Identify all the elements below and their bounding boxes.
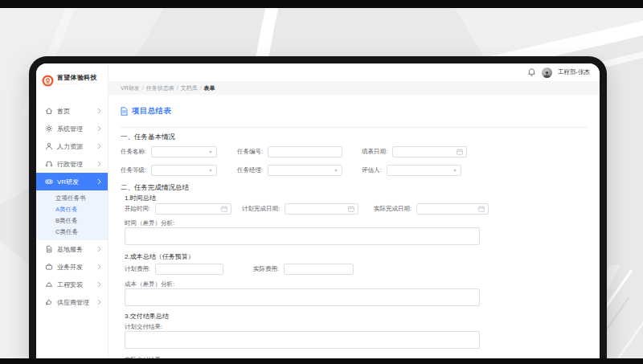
form-row-time: 开始时间: 计划完成日期: bbox=[125, 203, 588, 215]
sidebar-item-admin[interactable]: 行政管理 bbox=[36, 155, 108, 173]
field-actual-finish: 实际完成日期: bbox=[374, 203, 489, 215]
top-black-strip bbox=[0, 0, 643, 8]
username[interactable]: 工程部-张杰 bbox=[558, 68, 590, 76]
chevron-right-icon bbox=[97, 246, 101, 252]
briefcase-icon bbox=[45, 263, 53, 271]
submenu-item-task-b[interactable]: B类任务 bbox=[36, 215, 108, 227]
breadcrumb-separator: / bbox=[177, 85, 178, 91]
planned-cost-input[interactable] bbox=[155, 264, 223, 275]
main-area: 工程部-张杰 VR研发 / 任务状态表 / 文档库 / 表单 bbox=[109, 63, 600, 364]
calendar-icon bbox=[348, 206, 354, 212]
caret-down-icon bbox=[453, 170, 457, 172]
divider bbox=[121, 127, 588, 128]
document-icon bbox=[45, 245, 53, 253]
chevron-right-icon bbox=[97, 161, 101, 167]
topbar: 工程部-张杰 bbox=[109, 63, 600, 81]
assessor-select[interactable] bbox=[387, 165, 461, 176]
sidebar-item-engineering-install[interactable]: 工程安装 bbox=[36, 276, 108, 293]
logo[interactable]: 首望体验科技 ········· bbox=[36, 63, 108, 89]
sidebar-item-label: 人力资源 bbox=[57, 142, 83, 151]
field-label: 实际费用: bbox=[253, 265, 279, 273]
hardhat-icon bbox=[45, 280, 53, 288]
breadcrumb-segment[interactable]: 任务状态表 bbox=[146, 84, 174, 92]
breadcrumb-current: 表单 bbox=[204, 84, 215, 92]
app-window: 首望体验科技 ········· 首页 bbox=[36, 63, 600, 364]
breadcrumb-segment[interactable]: 文档库 bbox=[181, 84, 198, 92]
logo-name: 首望体验科技 bbox=[57, 75, 97, 81]
sidebar-item-label: 业务开发 bbox=[57, 263, 83, 272]
field-label: 任务等级: bbox=[121, 166, 146, 174]
sidebar-item-system[interactable]: 系统管理 bbox=[36, 120, 108, 137]
field-assessor: 评估人: bbox=[362, 165, 461, 176]
time-analysis-label: 时间（差异）分析: bbox=[125, 219, 588, 227]
sidebar: 首望体验科技 ········· 首页 bbox=[36, 63, 109, 364]
chevron-right-icon bbox=[97, 108, 101, 114]
calendar-icon bbox=[457, 149, 463, 155]
device-frame: 首望体验科技 ········· 首页 bbox=[29, 56, 607, 364]
field-task-name: 任务名称: bbox=[121, 146, 237, 157]
task-no-input[interactable] bbox=[268, 146, 342, 157]
start-time-input[interactable] bbox=[155, 203, 231, 215]
actual-cost-input[interactable] bbox=[284, 264, 354, 275]
sidebar-item-supplier[interactable]: 供应商管理 bbox=[36, 293, 108, 311]
caret-down-icon bbox=[209, 170, 212, 172]
chevron-right-icon bbox=[97, 264, 101, 270]
sidebar-item-label: 系统管理 bbox=[57, 125, 83, 133]
form-row-basic-1: 任务名称: 任务编号: 填表日期: bbox=[121, 146, 588, 157]
sidebar-item-label: 首页 bbox=[57, 107, 70, 116]
cost-analysis-label: 成本（差异）分析: bbox=[125, 280, 588, 288]
sidebar-item-label: 供应商管理 bbox=[57, 298, 89, 307]
submenu-item-task-c[interactable]: C类任务 bbox=[36, 227, 108, 238]
form-row-basic-2: 任务等级: 任务经理: 评估人: bbox=[121, 165, 588, 176]
calendar-icon bbox=[478, 206, 485, 212]
field-task-level: 任务等级: bbox=[121, 165, 237, 176]
sidebar-item-home[interactable]: 首页 bbox=[36, 102, 108, 120]
subsection-title: 2.成本总结（任务预算） bbox=[125, 253, 588, 261]
subsection-title: 1.时间总结 bbox=[125, 194, 588, 202]
subsection-time: 1.时间总结 开始时间: 计划完 bbox=[121, 194, 588, 364]
headset-icon bbox=[45, 160, 53, 168]
field-label: 计划费用: bbox=[125, 265, 150, 273]
field-label: 任务编号: bbox=[237, 148, 263, 156]
cost-analysis-textarea[interactable] bbox=[125, 288, 480, 306]
task-level-select[interactable] bbox=[151, 165, 217, 176]
field-label: 计划完成日期: bbox=[242, 205, 280, 213]
avatar[interactable] bbox=[542, 67, 552, 78]
time-analysis-textarea[interactable] bbox=[125, 227, 480, 245]
task-name-select[interactable] bbox=[151, 146, 217, 157]
logo-ring-icon bbox=[42, 75, 54, 87]
field-actual-cost: 实际费用: bbox=[253, 264, 354, 275]
fill-date-input[interactable] bbox=[392, 146, 467, 157]
sidebar-item-business-dev[interactable]: 业务开发 bbox=[36, 258, 108, 276]
planned-finish-input[interactable] bbox=[285, 203, 358, 215]
sidebar-item-label: VR研发 bbox=[57, 178, 79, 186]
chevron-right-icon bbox=[97, 299, 101, 305]
sidebar-menu: 首页 系统管理 bbox=[36, 102, 108, 311]
avatar-person-icon bbox=[543, 72, 551, 78]
sidebar-item-label: 基地服务 bbox=[57, 245, 83, 254]
sidebar-item-base-service[interactable]: 基地服务 bbox=[36, 240, 108, 258]
submenu-item-task-a[interactable]: A类任务 bbox=[36, 204, 108, 215]
sidebar-item-vr[interactable]: VR研发 bbox=[36, 173, 108, 190]
section-heading-basic: 一、任务基本情况 bbox=[121, 133, 588, 141]
sidebar-item-label: 行政管理 bbox=[57, 160, 83, 169]
breadcrumb-segment[interactable]: VR研发 bbox=[121, 84, 140, 92]
actual-finish-input[interactable] bbox=[416, 203, 489, 215]
screenshot-stage: 首望体验科技 ········· 首页 bbox=[0, 0, 643, 364]
field-task-no: 任务编号: bbox=[237, 146, 362, 157]
chevron-right-icon bbox=[97, 143, 101, 149]
planned-delivery-label: 计划交付结果: bbox=[125, 323, 588, 331]
planned-delivery-textarea[interactable] bbox=[125, 331, 480, 349]
submenu-item-project-charter[interactable]: 立项任务书 bbox=[36, 193, 108, 204]
chevron-right-icon bbox=[97, 281, 101, 288]
sidebar-item-hr[interactable]: 人力资源 bbox=[36, 137, 108, 155]
form-row-cost: 计划费用: 实际费用: bbox=[125, 264, 588, 275]
vr-goggles-icon bbox=[45, 178, 53, 186]
breadcrumb: VR研发 / 任务状态表 / 文档库 / 表单 bbox=[109, 81, 600, 95]
bell-icon[interactable] bbox=[527, 67, 536, 77]
bottom-black-strip bbox=[0, 358, 643, 364]
field-start-time: 开始时间: bbox=[125, 203, 242, 215]
field-label: 实际完成日期: bbox=[374, 205, 412, 213]
system-gear-icon bbox=[45, 125, 53, 133]
task-manager-select[interactable] bbox=[268, 165, 342, 176]
